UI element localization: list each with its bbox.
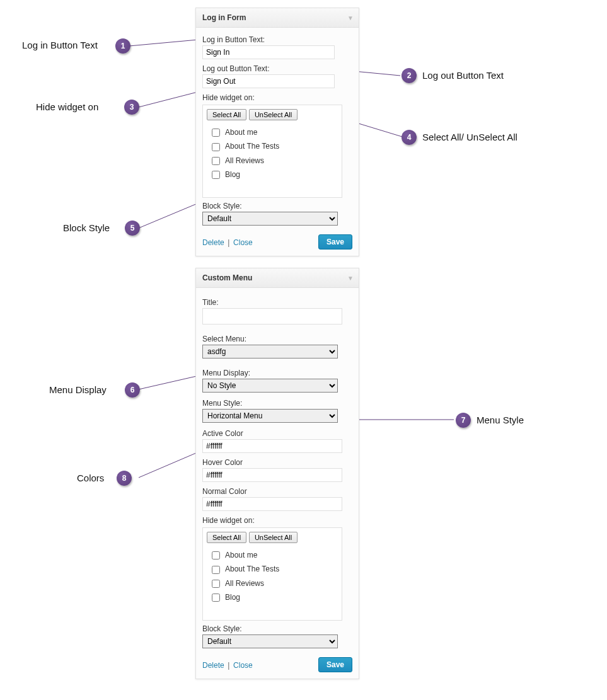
callout-text-7: Menu Style: [477, 415, 524, 425]
page-label: About The Tests: [225, 142, 279, 151]
collapse-icon[interactable]: ▼: [347, 275, 354, 282]
hide-widget-list[interactable]: Select All UnSelect All About me About T…: [202, 105, 342, 198]
select-all-button[interactable]: Select All: [207, 109, 246, 120]
login-button-text-label: Log in Button Text:: [202, 35, 352, 44]
page-label: Blog: [225, 593, 240, 602]
callout-text-6: Menu Display: [49, 384, 107, 395]
unselect-all-button[interactable]: UnSelect All: [249, 109, 298, 120]
callout-badge-3: 3: [124, 100, 139, 115]
menu-display-label: Menu Display:: [202, 369, 352, 377]
select-all-button[interactable]: Select All: [207, 532, 246, 543]
hide-widget-label: Hide widget on:: [202, 516, 352, 525]
unselect-all-button[interactable]: UnSelect All: [249, 532, 298, 543]
page-checkbox[interactable]: [212, 594, 220, 602]
delete-link[interactable]: Delete: [202, 238, 224, 247]
hover-color-label: Hover Color: [202, 458, 352, 467]
block-style-label: Block Style:: [202, 624, 352, 633]
separator: |: [228, 661, 229, 670]
delete-link[interactable]: Delete: [202, 661, 224, 670]
close-link[interactable]: Close: [233, 661, 253, 670]
widget-login-form: Log in Form ▼ Log in Button Text: Log ou…: [195, 8, 359, 256]
list-item: Blog: [207, 590, 338, 604]
widget-title: Log in Form: [202, 13, 246, 22]
page-label: About me: [225, 128, 257, 137]
select-menu-select[interactable]: asdfg: [202, 345, 338, 359]
hover-color-input[interactable]: [202, 468, 342, 482]
callout-text-2: Log out Button Text: [422, 70, 504, 81]
list-item: All Reviews: [207, 154, 338, 168]
hide-widget-list[interactable]: Select All UnSelect All About me About T…: [202, 527, 342, 621]
save-button[interactable]: Save: [318, 234, 352, 250]
callout-badge-6: 6: [125, 382, 140, 398]
normal-color-input[interactable]: [202, 497, 342, 511]
active-color-input[interactable]: [202, 439, 342, 453]
menu-style-label: Menu Style:: [202, 399, 352, 408]
collapse-icon[interactable]: ▼: [347, 14, 354, 21]
hide-widget-label: Hide widget on:: [202, 93, 352, 102]
page-checkbox[interactable]: [212, 157, 220, 165]
page-label: About The Tests: [225, 565, 279, 573]
page-checkbox[interactable]: [212, 143, 220, 151]
callout-text-3: Hide widget on: [36, 101, 98, 112]
close-link[interactable]: Close: [233, 238, 253, 247]
svg-line-0: [129, 39, 205, 46]
callout-badge-1: 1: [115, 38, 130, 54]
active-color-label: Active Color: [202, 429, 352, 438]
page-label: All Reviews: [225, 579, 264, 588]
page-checkbox[interactable]: [212, 580, 220, 588]
menu-display-select[interactable]: No Style: [202, 379, 338, 393]
callout-text-1: Log in Button Text: [22, 40, 98, 50]
title-field-label: Title:: [202, 298, 352, 307]
list-item: About me: [207, 125, 338, 139]
logout-button-text-input[interactable]: [202, 74, 335, 88]
widget-custom-menu: Custom Menu ▼ Title: Select Menu: asdfg …: [195, 268, 359, 679]
login-button-text-input[interactable]: [202, 45, 335, 59]
callout-badge-7: 7: [456, 413, 471, 428]
normal-color-label: Normal Color: [202, 487, 352, 496]
list-item: Blog: [207, 168, 338, 181]
callout-badge-5: 5: [125, 221, 140, 236]
page-label: All Reviews: [225, 156, 264, 165]
block-style-select[interactable]: Default: [202, 212, 338, 226]
widget-title: Custom Menu: [202, 273, 252, 282]
list-item: About me: [207, 548, 338, 562]
select-menu-label: Select Menu:: [202, 335, 352, 343]
page-label: Blog: [225, 170, 240, 179]
widget-header-custom-menu[interactable]: Custom Menu ▼: [196, 268, 359, 288]
callout-text-8: Colors: [77, 473, 104, 483]
menu-style-select[interactable]: Horizontal Menu: [202, 409, 338, 423]
page-label: About me: [225, 551, 257, 559]
logout-button-text-label: Log out Button Text:: [202, 64, 352, 73]
list-item: About The Tests: [207, 562, 338, 576]
page-checkbox[interactable]: [212, 171, 220, 179]
block-style-select[interactable]: Default: [202, 634, 338, 648]
page-checkbox[interactable]: [212, 129, 220, 137]
list-item: All Reviews: [207, 577, 338, 590]
list-item: About The Tests: [207, 139, 338, 153]
widget-header-login[interactable]: Log in Form ▼: [196, 8, 359, 28]
callout-badge-2: 2: [402, 68, 417, 83]
block-style-label: Block Style:: [202, 202, 352, 210]
callout-badge-8: 8: [117, 471, 132, 486]
callout-badge-4: 4: [402, 130, 417, 145]
separator: |: [228, 238, 229, 247]
callout-text-4: Select All/ UnSelect All: [422, 132, 517, 142]
save-button[interactable]: Save: [318, 657, 352, 672]
title-input[interactable]: [202, 308, 342, 324]
page-checkbox[interactable]: [212, 551, 220, 559]
page-checkbox[interactable]: [212, 566, 220, 574]
callout-text-5: Block Style: [63, 222, 110, 233]
